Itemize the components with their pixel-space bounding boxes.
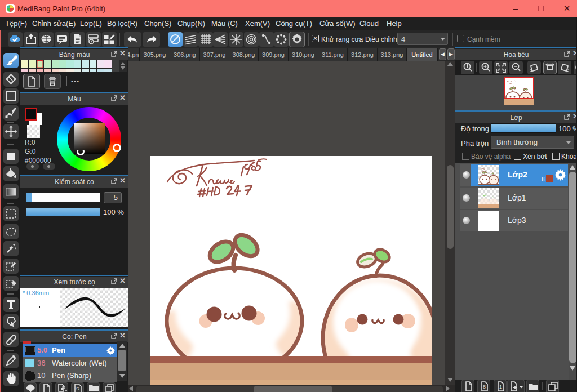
svg-text:S: S <box>76 386 79 391</box>
svg-text:1: 1 <box>499 384 502 390</box>
svg-text:8: 8 <box>483 384 486 390</box>
